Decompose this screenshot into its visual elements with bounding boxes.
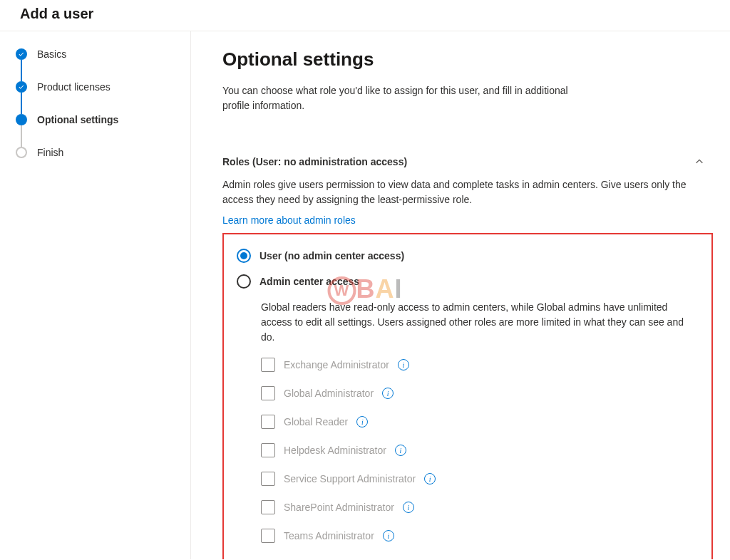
role-label: Helpdesk Administrator bbox=[284, 445, 386, 456]
connector-line bbox=[21, 93, 22, 114]
learn-more-link[interactable]: Learn more about admin roles bbox=[222, 214, 356, 226]
admin-access-description: Global readers have read-only access to … bbox=[261, 300, 699, 345]
content-container: Basics Product licenses Optional setting… bbox=[0, 31, 730, 559]
step-basics[interactable]: Basics bbox=[16, 48, 190, 81]
section-subtitle: You can choose what role you'd like to a… bbox=[222, 83, 593, 113]
roles-description: Admin roles give users permission to vie… bbox=[222, 177, 707, 207]
info-icon[interactable]: i bbox=[383, 530, 394, 541]
role-exchange-admin[interactable]: Exchange Administrator i bbox=[261, 358, 699, 372]
roles-accordion-header[interactable]: Roles (User: no administration access) bbox=[222, 156, 713, 167]
info-icon[interactable]: i bbox=[424, 473, 436, 484]
radio-user-no-admin[interactable]: User (no admin center access) bbox=[237, 249, 699, 263]
info-icon[interactable]: i bbox=[356, 416, 368, 427]
radio-icon bbox=[237, 249, 251, 263]
role-global-reader[interactable]: Global Reader i bbox=[261, 415, 699, 429]
step-finish[interactable]: Finish bbox=[16, 147, 190, 158]
role-label: Global Reader bbox=[284, 416, 348, 427]
chevron-up-icon bbox=[694, 157, 704, 167]
checkbox-icon[interactable] bbox=[261, 500, 275, 514]
info-icon[interactable]: i bbox=[395, 445, 406, 456]
radio-admin-access[interactable]: Admin center access bbox=[237, 274, 699, 289]
checkbox-icon[interactable] bbox=[261, 443, 275, 457]
page-title: Add a user bbox=[20, 6, 730, 22]
section-heading: Optional settings bbox=[222, 48, 713, 71]
roles-header-label: Roles (User: no administration access) bbox=[222, 156, 407, 167]
role-helpdesk-admin[interactable]: Helpdesk Administrator i bbox=[261, 443, 699, 457]
current-step-icon bbox=[16, 114, 27, 125]
role-label: Global Administrator bbox=[284, 388, 374, 399]
role-label: Exchange Administrator bbox=[284, 359, 389, 370]
checkbox-icon[interactable] bbox=[261, 358, 275, 372]
check-icon bbox=[16, 81, 27, 93]
role-label: Service Support Administrator bbox=[284, 473, 416, 484]
role-service-support-admin[interactable]: Service Support Administrator i bbox=[261, 472, 699, 486]
checkbox-icon[interactable] bbox=[261, 472, 275, 486]
checkbox-icon[interactable] bbox=[261, 415, 275, 429]
radio-label: User (no admin center access) bbox=[259, 250, 404, 261]
step-licenses[interactable]: Product licenses bbox=[16, 81, 190, 114]
main-panel: Optional settings You can choose what ro… bbox=[191, 31, 730, 559]
connector-line bbox=[21, 60, 22, 81]
info-icon[interactable]: i bbox=[398, 359, 409, 370]
role-label: SharePoint Administrator bbox=[284, 502, 394, 513]
role-global-admin[interactable]: Global Administrator i bbox=[261, 386, 699, 400]
role-label: Teams Administrator bbox=[284, 530, 374, 541]
page-header: Add a user bbox=[0, 0, 730, 31]
role-sharepoint-admin[interactable]: SharePoint Administrator i bbox=[261, 500, 699, 514]
info-icon[interactable]: i bbox=[382, 388, 394, 399]
step-label: Product licenses bbox=[37, 81, 110, 93]
pending-step-icon bbox=[16, 147, 27, 158]
roles-highlight-box: User (no admin center access) Admin cent… bbox=[222, 233, 713, 559]
radio-label: Admin center access bbox=[259, 276, 359, 287]
step-optional[interactable]: Optional settings bbox=[16, 114, 190, 147]
info-icon[interactable]: i bbox=[403, 502, 414, 513]
radio-icon bbox=[237, 274, 251, 289]
connector-line bbox=[21, 125, 22, 147]
step-label: Finish bbox=[37, 147, 63, 158]
checkbox-icon[interactable] bbox=[261, 386, 275, 400]
checkbox-icon[interactable] bbox=[261, 529, 275, 543]
check-icon bbox=[16, 48, 27, 60]
wizard-sidebar: Basics Product licenses Optional setting… bbox=[0, 31, 191, 559]
step-label: Optional settings bbox=[37, 114, 118, 125]
role-teams-admin[interactable]: Teams Administrator i bbox=[261, 529, 699, 543]
step-label: Basics bbox=[37, 48, 66, 60]
admin-roles-list: Exchange Administrator i Global Administ… bbox=[261, 358, 699, 543]
